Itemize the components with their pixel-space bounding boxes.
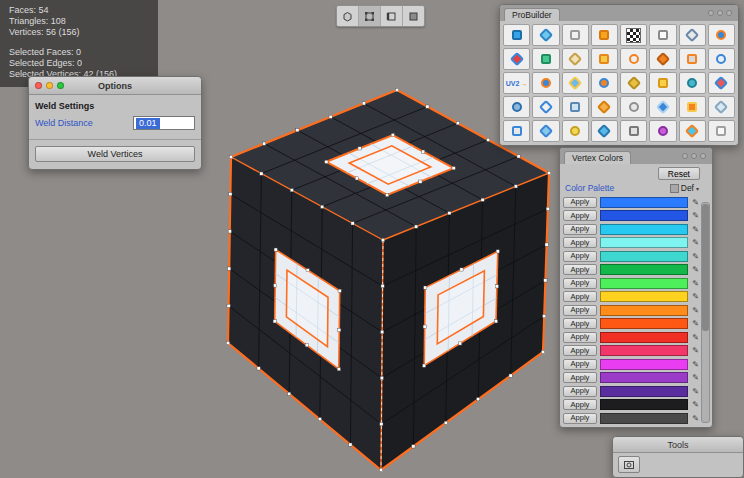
window-control-dot[interactable] (717, 10, 723, 16)
tool-icon-26[interactable] (532, 96, 559, 118)
eyedropper-icon[interactable]: ✎ (691, 211, 700, 220)
tool-icon-17[interactable]: UV2→ (503, 72, 530, 94)
tool-icon-22[interactable] (649, 72, 676, 94)
tool-icon-31[interactable] (679, 96, 706, 118)
tool-icon-18[interactable] (532, 72, 559, 94)
color-swatch[interactable] (600, 386, 688, 397)
eyedropper-icon[interactable]: ✎ (691, 238, 700, 247)
eyedropper-icon[interactable]: ✎ (691, 373, 700, 382)
weld-vertices-button[interactable]: Weld Vertices (35, 146, 195, 162)
window-control-dot[interactable] (726, 10, 732, 16)
color-swatch[interactable] (600, 224, 688, 235)
apply-button[interactable]: Apply (563, 318, 597, 329)
tool-icon-5[interactable] (620, 24, 647, 46)
color-swatch[interactable] (600, 318, 688, 329)
apply-button[interactable]: Apply (563, 237, 597, 248)
apply-button[interactable]: Apply (563, 332, 597, 343)
palette-preset-dropdown[interactable]: Def ▾ (670, 183, 699, 193)
probuilder-tab[interactable]: ProBuilder (504, 8, 560, 21)
apply-button[interactable]: Apply (563, 278, 597, 289)
close-icon[interactable] (35, 82, 42, 89)
tool-icon-27[interactable] (562, 96, 589, 118)
scrollbar-thumb[interactable] (702, 204, 709, 331)
tool-icon-33[interactable] (503, 120, 530, 142)
face-mode-button[interactable] (403, 6, 424, 26)
eyedropper-icon[interactable]: ✎ (691, 387, 700, 396)
tool-icon-29[interactable] (620, 96, 647, 118)
vertex-colors-tab[interactable]: Vertex Colors (564, 151, 631, 164)
tool-icon-2[interactable] (532, 24, 559, 46)
window-control-dot[interactable] (700, 153, 706, 159)
apply-button[interactable]: Apply (563, 345, 597, 356)
eyedropper-icon[interactable]: ✎ (691, 319, 700, 328)
color-swatch[interactable] (600, 264, 688, 275)
object-mode-button[interactable] (337, 6, 359, 26)
tool-icon-32[interactable] (708, 96, 735, 118)
tool-icon-4[interactable] (591, 24, 618, 46)
apply-button[interactable]: Apply (563, 372, 597, 383)
color-swatch[interactable] (600, 332, 688, 343)
color-swatch[interactable] (600, 305, 688, 316)
apply-button[interactable]: Apply (563, 305, 597, 316)
tool-icon-38[interactable] (649, 120, 676, 142)
color-swatch[interactable] (600, 237, 688, 248)
tool-icon-30[interactable] (649, 96, 676, 118)
eyedropper-icon[interactable]: ✎ (691, 346, 700, 355)
color-swatch[interactable] (600, 359, 688, 370)
color-swatch[interactable] (600, 197, 688, 208)
apply-button[interactable]: Apply (563, 413, 597, 424)
color-swatch[interactable] (600, 210, 688, 221)
apply-button[interactable]: Apply (563, 264, 597, 275)
tool-icon-9[interactable] (503, 48, 530, 70)
tool-icon-21[interactable] (620, 72, 647, 94)
tool-icon-36[interactable] (591, 120, 618, 142)
tool-icon-3[interactable] (562, 24, 589, 46)
color-swatch[interactable] (600, 399, 688, 410)
eyedropper-icon[interactable]: ✎ (691, 265, 700, 274)
eyedropper-icon[interactable]: ✎ (691, 414, 700, 423)
eyedropper-icon[interactable]: ✎ (691, 279, 700, 288)
edge-mode-button[interactable] (381, 6, 403, 26)
apply-button[interactable]: Apply (563, 251, 597, 262)
tool-icon-1[interactable] (503, 24, 530, 46)
apply-button[interactable]: Apply (563, 359, 597, 370)
tool-icon-11[interactable] (562, 48, 589, 70)
tool-icon-12[interactable] (591, 48, 618, 70)
apply-button[interactable]: Apply (563, 197, 597, 208)
color-swatch[interactable] (600, 372, 688, 383)
vertex-mode-button[interactable] (359, 6, 381, 26)
eyedropper-icon[interactable]: ✎ (691, 333, 700, 342)
window-control-dot[interactable] (691, 153, 697, 159)
tool-icon-35[interactable] (562, 120, 589, 142)
eyedropper-icon[interactable]: ✎ (691, 360, 700, 369)
tool-icon-6[interactable] (649, 24, 676, 46)
tool-icon-15[interactable] (679, 48, 706, 70)
tool-icon-20[interactable] (591, 72, 618, 94)
tool-icon-13[interactable] (620, 48, 647, 70)
tools-snap-button[interactable] (618, 456, 640, 473)
apply-button[interactable]: Apply (563, 386, 597, 397)
scrollbar[interactable] (701, 202, 710, 423)
tool-icon-28[interactable] (591, 96, 618, 118)
color-swatch[interactable] (600, 291, 688, 302)
tool-icon-25[interactable] (503, 96, 530, 118)
minimize-icon[interactable] (46, 82, 53, 89)
tool-icon-19[interactable] (562, 72, 589, 94)
window-control-dot[interactable] (682, 153, 688, 159)
apply-button[interactable]: Apply (563, 291, 597, 302)
apply-button[interactable]: Apply (563, 224, 597, 235)
color-swatch[interactable] (600, 345, 688, 356)
eyedropper-icon[interactable]: ✎ (691, 225, 700, 234)
window-control-dot[interactable] (708, 10, 714, 16)
tool-icon-14[interactable] (649, 48, 676, 70)
tool-icon-24[interactable] (708, 72, 735, 94)
eyedropper-icon[interactable]: ✎ (691, 198, 700, 207)
eyedropper-icon[interactable]: ✎ (691, 252, 700, 261)
color-swatch[interactable] (600, 278, 688, 289)
reset-button[interactable]: Reset (658, 167, 700, 180)
tool-icon-39[interactable] (679, 120, 706, 142)
eyedropper-icon[interactable]: ✎ (691, 292, 700, 301)
tool-icon-37[interactable] (620, 120, 647, 142)
eyedropper-icon[interactable]: ✎ (691, 306, 700, 315)
tool-icon-10[interactable] (532, 48, 559, 70)
